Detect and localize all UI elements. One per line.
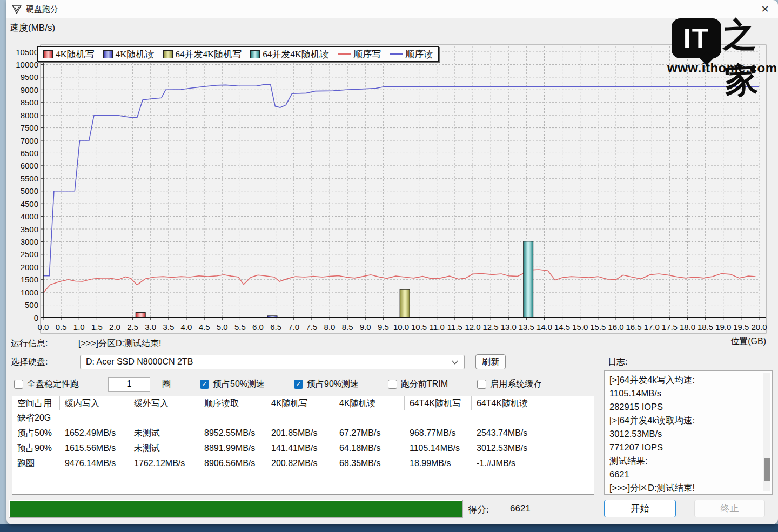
table-cell: 3012.53MB/s — [472, 443, 594, 453]
svg-text:2500: 2500 — [21, 250, 38, 259]
legend-label: 4K随机读 — [116, 48, 155, 60]
svg-text:6.5: 6.5 — [270, 322, 281, 332]
ithome-watermark: IT 之家 www.ithome.com — [667, 16, 775, 77]
table-cell: 未测试 — [129, 428, 199, 439]
table-header-cell: 缓内写入 — [60, 396, 129, 410]
checkbox-预占90%测速[interactable]: ✓预占90%测速 — [294, 379, 359, 390]
legend-item: 顺序写 — [338, 48, 381, 60]
checked-checkbox-icon[interactable]: ✓ — [294, 380, 303, 389]
benchmark-window: 硬盘跑分 ✕ 速度(MB/s) 050010001500200025003000… — [6, 0, 778, 524]
svg-text:7.0: 7.0 — [288, 322, 299, 332]
svg-text:5.5: 5.5 — [234, 322, 246, 332]
refresh-button[interactable]: 刷新 — [475, 354, 506, 369]
checked-checkbox-icon[interactable]: ✓ — [200, 380, 209, 389]
svg-text:13.5: 13.5 — [519, 322, 534, 332]
table-cell: 200.82MB/s — [266, 459, 334, 468]
svg-text:1500: 1500 — [21, 275, 38, 284]
table-row: 预占50%1652.49MB/s未测试8952.55MB/s201.85MB/s… — [12, 426, 594, 441]
svg-text:7500: 7500 — [21, 123, 38, 132]
svg-text:17.0: 17.0 — [644, 322, 660, 332]
checkbox-预占50%测速[interactable]: ✓预占50%测速 — [200, 379, 265, 390]
svg-text:8500: 8500 — [21, 98, 38, 107]
checkbox-label: 跑分前TRIM — [401, 379, 448, 390]
svg-text:7.5: 7.5 — [306, 322, 317, 332]
loop-unit-label: 圈 — [162, 379, 171, 390]
svg-text:14.0: 14.0 — [536, 322, 552, 332]
legend-item: 64并发4K随机读 — [250, 48, 329, 60]
log-scrollbar-thumb[interactable] — [764, 458, 770, 481]
svg-text:16.0: 16.0 — [608, 322, 623, 332]
table-cell: 968.77MB/s — [405, 428, 472, 438]
table-row: 预占90%1615.56MB/s未测试8891.99MB/s141.41MB/s… — [12, 441, 594, 456]
log-scrollbar[interactable] — [763, 373, 770, 491]
svg-text:9.0: 9.0 — [360, 322, 371, 332]
ithome-url: www.ithome.com — [667, 60, 775, 76]
checkbox-全盘稳定性跑[interactable]: 全盘稳定性跑 — [14, 379, 79, 390]
log-panel[interactable]: [>]64并发4k写入均速:1105.14MB/s282915 IOPS[>]6… — [604, 370, 773, 495]
svg-text:1.5: 1.5 — [91, 322, 103, 332]
chevron-down-icon — [451, 359, 459, 366]
svg-text:0.0: 0.0 — [38, 322, 49, 332]
table-header-cell: 64T4K随机读 — [472, 396, 594, 410]
table-cell: 1762.12MB/s — [129, 459, 199, 468]
svg-text:8.5: 8.5 — [342, 322, 353, 332]
table-cell: 跑圈 — [12, 458, 60, 469]
log-line: [>>>]分区D:测试结束! — [609, 481, 760, 495]
progress-bar — [9, 500, 463, 518]
legend-swatch-box — [43, 50, 53, 58]
table-cell: 9476.14MB/s — [60, 459, 129, 468]
disk-select-row: 选择硬盘: D: Acer SSD N8000CN 2TB 刷新 — [11, 354, 605, 369]
legend-item: 4K随机读 — [103, 48, 155, 60]
start-button[interactable]: 开始 — [604, 500, 676, 517]
unchecked-checkbox-icon[interactable] — [14, 380, 23, 389]
table-cell: 1105.14MB/s — [405, 443, 472, 453]
svg-text:4.5: 4.5 — [199, 322, 210, 332]
svg-text:18.5: 18.5 — [697, 322, 713, 332]
unchecked-checkbox-icon[interactable] — [477, 380, 486, 389]
progress-bar-fill — [10, 501, 462, 517]
svg-text:9500: 9500 — [21, 72, 38, 82]
svg-text:1.0: 1.0 — [73, 322, 85, 332]
checkbox-label: 预占90%测速 — [307, 379, 359, 390]
loop-count-input[interactable] — [108, 377, 150, 392]
results-table: 空间占用缓内写入缓外写入顺序读取4K随机写4K随机读64T4K随机写64T4K随… — [12, 396, 594, 495]
log-line: 6621 — [609, 468, 760, 481]
options-row: 全盘稳定性跑 圈 ✓预占50%测速✓预占90%测速跑分前TRIM启用系统缓存 — [14, 376, 603, 392]
unchecked-checkbox-icon[interactable] — [388, 380, 397, 389]
table-header-cell: 缓外写入 — [129, 396, 199, 410]
svg-text:8000: 8000 — [21, 111, 38, 120]
svg-text:4500: 4500 — [21, 199, 38, 208]
table-cell: 8906.56MB/s — [199, 459, 266, 468]
svg-text:7000: 7000 — [21, 136, 38, 145]
svg-text:10.0: 10.0 — [393, 322, 409, 332]
checkbox-启用系统缓存[interactable]: 启用系统缓存 — [477, 379, 542, 390]
stop-button[interactable]: 终止 — [694, 500, 765, 517]
table-cell: 8891.99MB/s — [199, 443, 266, 453]
svg-text:9.5: 9.5 — [378, 322, 389, 332]
svg-text:3000: 3000 — [21, 237, 38, 246]
table-header-cell: 顺序读取 — [199, 396, 266, 410]
table-cell: 预占90% — [12, 443, 60, 454]
title-bar: 硬盘跑分 ✕ — [6, 0, 778, 18]
ithome-logo-suffix: 之家 — [721, 11, 778, 104]
log-label: 日志: — [608, 356, 627, 368]
svg-text:16.5: 16.5 — [626, 322, 642, 332]
svg-text:3500: 3500 — [21, 225, 38, 234]
benchmark-chart: 0500100015002000250030003500400045005000… — [6, 38, 772, 340]
table-cell: 预占50% — [12, 428, 60, 439]
legend-label: 顺序读 — [405, 48, 433, 60]
checkbox-跑分前TRIM[interactable]: 跑分前TRIM — [388, 379, 448, 390]
disk-combobox[interactable]: D: Acer SSD N8000CN 2TB — [80, 355, 465, 369]
svg-text:0: 0 — [34, 313, 38, 322]
svg-text:12.0: 12.0 — [465, 322, 480, 332]
legend-item: 顺序读 — [390, 48, 433, 60]
legend-item: 4K随机写 — [43, 48, 95, 60]
table-cell: 未测试 — [129, 443, 199, 454]
svg-text:0.5: 0.5 — [56, 322, 67, 332]
checkbox-label: 预占50%测速 — [213, 379, 265, 390]
svg-text:3.0: 3.0 — [145, 322, 156, 332]
checkbox-label: 启用系统缓存 — [490, 379, 542, 390]
svg-text:2.5: 2.5 — [127, 322, 138, 332]
svg-text:10000: 10000 — [16, 60, 38, 69]
ithome-bubble-logo: IT — [672, 18, 721, 58]
